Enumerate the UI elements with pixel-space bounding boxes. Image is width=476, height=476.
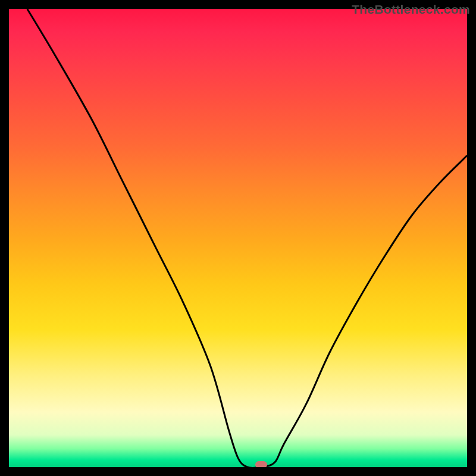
chart-container: TheBottleneck.com [0, 0, 476, 476]
optimal-point-marker [255, 461, 267, 467]
plot-area [9, 9, 467, 467]
bottleneck-curve [9, 9, 467, 467]
watermark-text: TheBottleneck.com [352, 2, 470, 17]
